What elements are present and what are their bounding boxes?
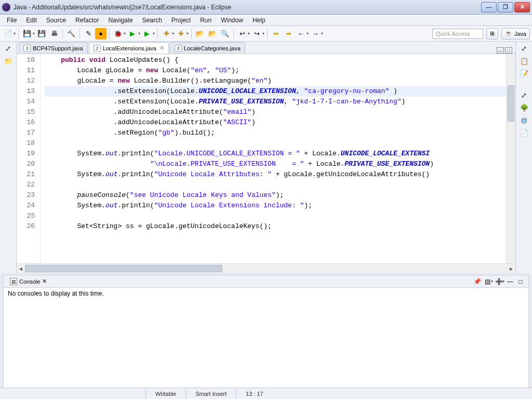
minimize-view-button[interactable]: — [506, 277, 515, 286]
code-line[interactable]: System.out.println("Locale.UNICODE_LOCAL… [45, 149, 506, 159]
code-line[interactable]: .addUnicodeLocaleAttribute("email") [45, 107, 506, 117]
new-java-button[interactable]: ✚ [161, 28, 172, 39]
restore-icon[interactable]: ⤢ [4, 44, 13, 53]
menu-edit[interactable]: Edit [21, 16, 42, 25]
code-line[interactable]: .setRegion("gb").build(); [45, 128, 506, 138]
dropdown-icon[interactable]: ▾ [187, 31, 189, 36]
open-type-button[interactable]: 📂 [194, 28, 206, 39]
code-line[interactable]: Set<String> ss = gLocale.getUnicodeLocal… [45, 221, 506, 232]
quick-access-input[interactable]: Quick Access [432, 29, 483, 39]
menu-file[interactable]: File [2, 16, 21, 25]
minimize-button[interactable]: — [481, 2, 497, 12]
code-line[interactable] [45, 180, 506, 190]
console-tab[interactable]: ▤ Console ✕ [7, 277, 50, 286]
maximize-editor-button[interactable]: □ [505, 47, 512, 54]
dropdown-icon[interactable]: ▾ [153, 31, 155, 36]
annotation-prev-button[interactable]: ↩ [236, 28, 248, 39]
console-tab-label: Console [19, 278, 40, 285]
code-line[interactable]: public void LocaleUpdates() { [45, 55, 506, 65]
print-button[interactable]: 🖶 [48, 28, 60, 39]
task-list-icon[interactable]: 📝 [520, 69, 529, 78]
menu-source[interactable]: Source [42, 16, 71, 25]
code-line[interactable]: "\nLocale.PRIVATE_USE_EXTENSION = " + Lo… [45, 159, 506, 169]
java-perspective-button[interactable]: ☕Java [501, 28, 530, 39]
minimize-editor-button[interactable]: — [497, 47, 504, 54]
separator [109, 29, 110, 39]
code-line[interactable]: System.out.println("Unicode Locale Attri… [45, 169, 506, 180]
menu-project[interactable]: Project [167, 16, 195, 25]
code-line[interactable]: pauseConsole("see Unicode Locale Keys an… [45, 190, 506, 201]
save-all-button[interactable]: 💾 [36, 28, 47, 39]
type-hierarchy-icon[interactable]: 🌳 [520, 103, 529, 112]
code-line[interactable] [45, 138, 506, 149]
dropdown-icon[interactable]: ▾ [33, 31, 35, 36]
dropdown-icon[interactable]: ▾ [262, 31, 264, 36]
mark-button[interactable]: ● [95, 28, 107, 39]
maximize-view-button[interactable]: □ [516, 277, 525, 286]
debug-button[interactable]: 🐞 [112, 28, 124, 39]
dropdown-icon[interactable]: ▾ [248, 31, 250, 36]
run-last-button[interactable]: ▶ [141, 28, 153, 39]
menu-window[interactable]: Window [216, 16, 248, 25]
scroll-thumb[interactable] [508, 85, 514, 122]
hscroll-thumb[interactable] [25, 265, 222, 272]
annotation-next-button[interactable]: ↪ [251, 28, 262, 39]
separator [191, 29, 192, 39]
new-button[interactable]: 📄 [2, 28, 14, 39]
code-editor[interactable]: 1011121314151617181920212223242526 publi… [17, 54, 515, 263]
code-line[interactable]: gLocale = new Locale.Builder().setLangua… [45, 76, 506, 86]
dropdown-icon[interactable]: ▾ [14, 31, 16, 36]
save-button[interactable]: 💾 [21, 28, 33, 39]
forward-button[interactable]: ➡ [283, 28, 294, 39]
nav-forward-button[interactable]: → [310, 28, 321, 39]
editor-tab[interactable]: JBCP47Support.java [19, 42, 88, 54]
dropdown-icon[interactable]: ▾ [321, 31, 323, 36]
maximize-button[interactable]: ❐ [498, 2, 513, 12]
open-perspective-button[interactable]: ⊞ [486, 28, 498, 39]
code-line[interactable]: .addUnicodeLocaleAttribute("ASCII") [45, 117, 506, 128]
separator [267, 29, 268, 39]
vertical-scrollbar[interactable] [506, 54, 515, 263]
editor-tab[interactable]: JLocalExtensions.java✕ [89, 42, 169, 54]
dropdown-icon[interactable]: ▾ [172, 31, 174, 36]
close-icon[interactable]: ✕ [159, 45, 164, 51]
back-button[interactable]: ⬅ [270, 28, 282, 39]
menu-search[interactable]: Search [138, 16, 167, 25]
javadoc-icon[interactable]: @ [520, 115, 529, 125]
code-line[interactable]: .setExtension(Locale.UNICODE_LOCALE_EXTE… [45, 86, 506, 97]
dropdown-icon[interactable]: ▾ [138, 31, 140, 36]
nav-back-button[interactable]: ← [295, 28, 307, 39]
pin-console-button[interactable]: 📌 [472, 277, 482, 286]
scroll-left-icon[interactable]: ◂ [17, 265, 25, 272]
horizontal-scrollbar[interactable]: ◂ ▸ [17, 263, 515, 273]
close-button[interactable]: ✕ [514, 2, 530, 12]
restore-icon[interactable]: ⤢ [520, 44, 529, 53]
declaration-icon[interactable]: 📄 [520, 128, 529, 137]
restore-icon[interactable]: ⤢ [520, 90, 529, 100]
code-content[interactable]: public void LocaleUpdates() { Locale gLo… [41, 54, 506, 263]
build-button[interactable]: 🔨 [65, 28, 77, 39]
run-button[interactable]: ▶ [127, 28, 138, 39]
open-task-button[interactable]: 📂 [207, 28, 218, 39]
menu-refactor[interactable]: Refactor [71, 16, 103, 25]
separator [79, 29, 80, 39]
search-button[interactable]: 🔍 [219, 28, 231, 39]
code-line[interactable]: System.out.println("Unicode Locale Exten… [45, 201, 506, 211]
dropdown-icon[interactable]: ▾ [124, 31, 126, 36]
dropdown-icon[interactable]: ▾ [491, 279, 493, 284]
code-line[interactable]: .setExtension(Locale.PRIVATE_USE_EXTENSI… [45, 97, 506, 107]
package-explorer-icon[interactable]: 📁 [4, 56, 13, 65]
new-package-button[interactable]: ✚ [175, 28, 187, 39]
outline-icon[interactable]: 📋 [520, 56, 529, 65]
scroll-right-icon[interactable]: ▸ [507, 265, 515, 272]
dropdown-icon[interactable]: ▾ [307, 31, 309, 36]
close-icon[interactable]: ✕ [42, 278, 47, 285]
editor-tab[interactable]: JLocaleCategories.java [170, 42, 245, 54]
menu-navigate[interactable]: Navigate [103, 16, 137, 25]
code-line[interactable] [45, 211, 506, 221]
menu-help[interactable]: Help [248, 16, 270, 25]
toggle-button[interactable]: ✎ [83, 28, 94, 39]
menu-run[interactable]: Run [195, 16, 216, 25]
code-line[interactable]: Locale gLocale = new Locale("en", "US"); [45, 65, 506, 76]
dropdown-icon[interactable]: ▾ [502, 279, 504, 284]
